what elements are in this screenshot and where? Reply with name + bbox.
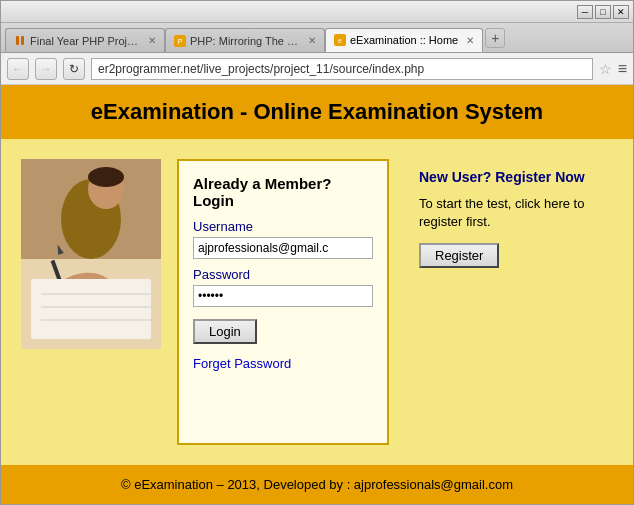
tab2-icon: P <box>174 35 186 47</box>
refresh-button[interactable]: ↻ <box>63 58 85 80</box>
title-bar: ─ □ ✕ <box>1 1 633 23</box>
minimize-button[interactable]: ─ <box>577 5 593 19</box>
browser-window: ─ □ ✕ Final Year PHP Project... ✕ P PHP:… <box>0 0 634 505</box>
new-tab-button[interactable]: + <box>485 28 505 48</box>
svg-text:e: e <box>338 37 342 44</box>
login-form-title: Already a Member? Login <box>193 175 373 209</box>
back-button[interactable]: ← <box>7 58 29 80</box>
tab-final-year-php[interactable]: Final Year PHP Project... ✕ <box>5 28 165 52</box>
svg-point-17 <box>88 167 124 187</box>
register-section: New User? Register Now To start the test… <box>409 159 613 445</box>
svg-text:P: P <box>177 37 182 46</box>
tab2-label: PHP: Mirroring The PH... <box>190 35 300 47</box>
login-button[interactable]: Login <box>193 319 257 344</box>
register-button[interactable]: Register <box>419 243 499 268</box>
tab3-label: eExamination :: Home <box>350 34 458 46</box>
address-bar: ← → ↻ ☆ ≡ <box>1 53 633 85</box>
forward-button[interactable]: → <box>35 58 57 80</box>
page-footer: © eExamination – 2013, Developed by : aj… <box>1 465 633 504</box>
tab-eexamination[interactable]: e eExamination :: Home ✕ <box>325 28 483 52</box>
bookmark-icon[interactable]: ☆ <box>599 61 612 77</box>
tab1-label: Final Year PHP Project... <box>30 35 140 47</box>
page-title: eExamination - Online Examination System <box>21 99 613 125</box>
tab3-close[interactable]: ✕ <box>466 35 474 46</box>
tab3-icon: e <box>334 34 346 46</box>
password-input[interactable] <box>193 285 373 307</box>
username-label: Username <box>193 219 373 234</box>
page-header: eExamination - Online Examination System <box>1 85 633 139</box>
forget-password-link[interactable]: Forget Password <box>193 356 291 371</box>
close-button[interactable]: ✕ <box>613 5 629 19</box>
footer-text: © eExamination – 2013, Developed by : aj… <box>121 477 513 492</box>
tab-mirroring[interactable]: P PHP: Mirroring The PH... ✕ <box>165 28 325 52</box>
password-label: Password <box>193 267 373 282</box>
login-image <box>21 159 161 349</box>
maximize-button[interactable]: □ <box>595 5 611 19</box>
menu-icon[interactable]: ≡ <box>618 60 627 78</box>
address-input[interactable] <box>91 58 593 80</box>
login-section: Already a Member? Login Username Passwor… <box>21 159 389 445</box>
window-controls: ─ □ ✕ <box>577 5 629 19</box>
tab-bar: Final Year PHP Project... ✕ P PHP: Mirro… <box>1 23 633 53</box>
tab1-close[interactable]: ✕ <box>148 35 156 46</box>
login-form-box: Already a Member? Login Username Passwor… <box>177 159 389 445</box>
username-input[interactable] <box>193 237 373 259</box>
register-description: To start the test, click here to registe… <box>419 195 603 231</box>
page-content: eExamination - Online Examination System <box>1 85 633 504</box>
tab2-close[interactable]: ✕ <box>308 35 316 46</box>
svg-rect-11 <box>31 279 151 339</box>
tab-pause-icon <box>14 35 26 47</box>
main-area: Already a Member? Login Username Passwor… <box>1 139 633 465</box>
register-title: New User? Register Now <box>419 169 603 185</box>
